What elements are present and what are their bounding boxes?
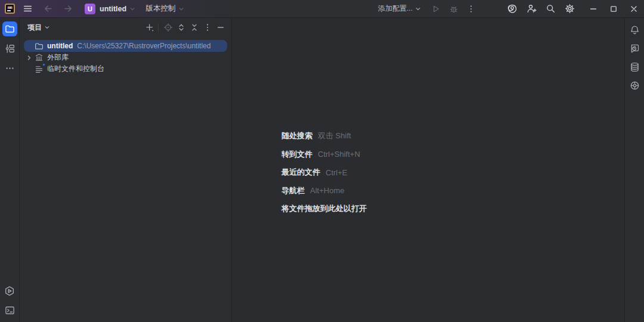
rustrover-logo-icon: RR — [5, 4, 15, 14]
back-arrow-icon — [43, 4, 53, 14]
chevron-right-icon[interactable] — [24, 54, 34, 61]
hamburger-icon — [23, 4, 33, 14]
ai-chat-icon — [630, 44, 640, 54]
expand-all-icon — [177, 23, 186, 32]
search-icon — [546, 4, 556, 14]
run-configurations-dropdown[interactable]: 添加配置... — [378, 0, 422, 18]
folder-icon — [5, 24, 15, 34]
shortcut-drop-files: 将文件拖放到此处以打开 — [281, 200, 367, 218]
gear-icon — [565, 4, 575, 14]
forward-button[interactable] — [63, 0, 73, 18]
expand-all-button[interactable] — [175, 21, 187, 33]
shortcut-search-everywhere: 随处搜索 双击 Shift — [281, 127, 367, 145]
right-toolbar — [624, 18, 644, 322]
minimize-button[interactable] — [583, 0, 603, 18]
terminal-icon — [5, 305, 15, 315]
project-panel-header: 项目 — [20, 18, 231, 37]
folder-icon — [34, 42, 44, 51]
more-tool-windows-button[interactable] — [2, 61, 17, 76]
project-widget[interactable]: U untitled — [85, 0, 136, 18]
tree-row-project-root[interactable]: untitled C:\Users\25327\RustroverProject… — [24, 40, 227, 52]
play-icon — [431, 4, 441, 14]
chevron-down-icon — [414, 5, 422, 13]
services-tool-window-button[interactable] — [2, 283, 17, 298]
back-button[interactable] — [43, 0, 53, 18]
shortcut-recent-files: 最近的文件 Ctrl+E — [281, 163, 367, 182]
shortcut-navigation-bar: 导航栏 Alt+Home — [281, 182, 367, 200]
project-root-path: C:\Users\25327\RustroverProjects\untitle… — [77, 42, 210, 50]
tree-row-scratches[interactable]: 临时文件和控制台 — [20, 63, 231, 75]
chevron-down-icon[interactable] — [44, 24, 51, 31]
scratches-icon — [34, 64, 44, 73]
commit-tool-window-button[interactable] — [2, 41, 17, 56]
collapse-all-icon — [190, 23, 199, 32]
titlebar: RR U untitled 版本控制 添加配置... — [0, 0, 644, 18]
more-actions-button[interactable] — [466, 0, 476, 18]
select-opened-file-button[interactable] — [162, 21, 174, 33]
main-menu-button[interactable] — [23, 0, 33, 18]
more-dots-icon — [5, 63, 15, 73]
commit-icon — [5, 44, 15, 54]
bell-icon — [630, 25, 640, 35]
panel-options-button[interactable] — [202, 21, 213, 33]
kebab-menu-icon — [466, 4, 476, 14]
ai-assistant-button[interactable] — [507, 0, 518, 18]
close-icon — [629, 4, 639, 14]
forward-arrow-icon — [63, 4, 73, 14]
database-icon — [630, 62, 640, 72]
ai-assistant-tool-window-button[interactable] — [627, 41, 642, 56]
debug-button[interactable] — [449, 0, 459, 18]
kebab-menu-icon — [203, 23, 212, 32]
editor-empty-state: 随处搜索 双击 Shift 转到文件 Ctrl+Shift+N 最近的文件 Ct… — [281, 127, 367, 218]
project-panel: 项目 — [20, 18, 231, 322]
code-with-me-button[interactable] — [527, 0, 537, 18]
project-tool-window-button[interactable] — [2, 21, 17, 36]
locate-target-icon — [163, 23, 173, 32]
project-root-name: untitled — [47, 42, 73, 50]
bug-icon — [449, 4, 459, 14]
maximize-button[interactable] — [603, 0, 624, 18]
cargo-icon — [630, 80, 640, 91]
external-libraries-label: 外部库 — [47, 52, 69, 63]
close-button[interactable] — [624, 0, 644, 18]
shortcut-goto-file: 转到文件 Ctrl+Shift+N — [281, 145, 367, 164]
minus-icon — [216, 23, 225, 32]
run-button[interactable] — [431, 0, 441, 18]
tree-row-external-libraries[interactable]: 外部库 — [20, 52, 231, 63]
chevron-down-icon — [178, 5, 185, 13]
library-icon — [34, 53, 44, 62]
terminal-tool-window-button[interactable] — [2, 303, 17, 318]
project-name: untitled — [100, 5, 126, 13]
left-toolbar — [0, 18, 20, 322]
settings-button[interactable] — [565, 0, 575, 18]
rustrover-window: RR U untitled 版本控制 添加配置... — [0, 0, 644, 322]
ai-spiral-icon — [507, 4, 518, 14]
run-config-label: 添加配置... — [378, 4, 413, 14]
badge-dot — [42, 63, 45, 66]
vcs-label: 版本控制 — [145, 4, 175, 14]
minimize-icon — [589, 4, 598, 14]
vcs-widget[interactable]: 版本控制 — [145, 0, 185, 18]
plus-icon — [145, 23, 154, 32]
maximize-icon — [609, 4, 618, 14]
add-button[interactable] — [144, 21, 156, 33]
notifications-button[interactable] — [627, 23, 642, 38]
logo-text: RR — [8, 6, 13, 10]
add-user-icon — [527, 4, 537, 14]
scratches-label: 临时文件和控制台 — [47, 64, 104, 74]
collapse-all-button[interactable] — [188, 21, 200, 33]
chevron-down-icon — [129, 5, 136, 13]
services-icon — [4, 286, 15, 296]
editor-area: 随处搜索 双击 Shift 转到文件 Ctrl+Shift+N 最近的文件 Ct… — [232, 18, 624, 322]
project-badge: U — [85, 4, 95, 14]
project-tree: untitled C:\Users\25327\RustroverProject… — [20, 37, 231, 75]
search-everywhere-button[interactable] — [546, 0, 556, 18]
database-tool-window-button[interactable] — [627, 60, 642, 75]
project-panel-title[interactable]: 项目 — [27, 23, 42, 33]
hide-panel-button[interactable] — [215, 21, 227, 33]
cargo-tool-window-button[interactable] — [627, 78, 642, 93]
